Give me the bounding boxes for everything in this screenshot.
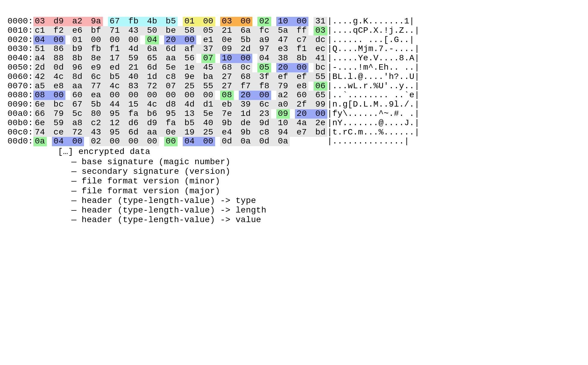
- ascii-cell: |t.rC.m...%......|: [327, 128, 420, 137]
- byte: 1e: [183, 63, 196, 72]
- bytes-cell: 66 79 5c 80 95 fa b6 95 13 5e 7e 1d 23 0…: [33, 109, 327, 119]
- byte: bf: [89, 26, 103, 35]
- byte: c1: [33, 26, 47, 35]
- byte: 00: [239, 17, 252, 26]
- byte: a5: [33, 82, 47, 91]
- byte: c8: [257, 128, 271, 137]
- byte: ec: [314, 44, 327, 54]
- bytes-cell: a4 88 8b 8e 17 59 65 aa 56 07 10 00 04 3…: [33, 54, 327, 63]
- byte: 0a: [33, 137, 47, 146]
- byte: 8b: [295, 54, 308, 63]
- byte: e9: [89, 63, 103, 72]
- byte: 77: [89, 82, 103, 91]
- offset-cell: 00b0:: [8, 119, 33, 128]
- byte: 0c: [239, 63, 252, 72]
- byte: b9: [70, 44, 84, 54]
- byte: b6: [145, 109, 159, 119]
- byte: 01: [70, 35, 84, 45]
- byte: 00: [314, 109, 327, 119]
- byte: 6a: [145, 44, 159, 54]
- byte: 45: [201, 63, 215, 72]
- byte: 9e: [183, 72, 196, 82]
- byte: 79: [52, 109, 65, 119]
- byte: 4a: [295, 119, 308, 128]
- byte: 67: [108, 17, 122, 26]
- byte: 6d: [127, 128, 140, 137]
- byte: 72: [70, 128, 84, 137]
- byte: 0e: [164, 128, 178, 137]
- bytes-cell: 03 d9 a2 9a 67 fb 4b b5 01 00 03 00 02 1…: [33, 17, 327, 26]
- byte: 0d: [257, 137, 271, 146]
- bytes-cell: 04 00 01 00 00 00 04 20 00 e1 0e 5b a9 4…: [33, 35, 327, 45]
- byte: ff: [295, 26, 308, 35]
- byte: 20: [295, 109, 308, 119]
- byte: 6e: [33, 119, 47, 128]
- bytes-cell: a5 e8 aa 77 4c 83 72 07 25 55 27 f7 f8 7…: [33, 82, 327, 91]
- byte: e4: [220, 128, 234, 137]
- byte: 5e: [164, 63, 178, 72]
- byte: aa: [164, 54, 178, 63]
- byte: 00: [295, 17, 308, 26]
- byte: 00: [145, 91, 159, 100]
- byte: 00: [52, 91, 65, 100]
- byte: 9b: [239, 128, 252, 137]
- byte: 6d: [164, 44, 178, 54]
- byte: 4d: [183, 100, 196, 109]
- ascii-cell: |-....!m^.Eh.. ..|: [327, 63, 420, 72]
- legend-item: — file format version (minor): [58, 176, 580, 186]
- offset-cell: 0020:: [8, 35, 33, 45]
- byte: 65: [314, 91, 327, 100]
- byte: 72: [145, 82, 159, 91]
- byte: 60: [70, 91, 84, 100]
- byte: 7e: [220, 109, 234, 119]
- hex-row: 00a0:66 79 5c 80 95 fa b6 95 13 5e 7e 1d…: [8, 109, 420, 119]
- byte: 00: [257, 91, 271, 100]
- byte: 06: [314, 82, 327, 91]
- byte: 5a: [276, 26, 290, 35]
- hex-row: 00b0:6e 59 a8 c2 12 d6 d9 fa b5 40 9b de…: [8, 119, 420, 128]
- byte: a2: [70, 17, 84, 26]
- byte: 80: [89, 109, 103, 119]
- byte: 07: [201, 54, 215, 63]
- byte: f7: [239, 82, 252, 91]
- byte: 00: [295, 63, 308, 72]
- offset-cell: 0050:: [8, 63, 33, 72]
- hex-row: 0010:c1 f2 e6 bf 71 43 50 be 58 05 21 6a…: [8, 26, 420, 35]
- hex-dump-table: 0000:03 d9 a2 9a 67 fb 4b b5 01 00 03 00…: [8, 17, 420, 146]
- byte: 88: [52, 54, 65, 63]
- byte: 68: [220, 63, 234, 72]
- byte: 43: [127, 26, 140, 35]
- byte: 09: [276, 109, 290, 119]
- byte: 8b: [70, 54, 84, 63]
- byte: 55: [314, 72, 327, 82]
- legend-item: — base signature (magic number): [58, 157, 580, 167]
- byte: 4b: [145, 17, 159, 26]
- ascii-cell: |...... ...[.G..|: [327, 35, 420, 45]
- byte: 3f: [257, 72, 271, 82]
- offset-cell: 0060:: [8, 72, 33, 82]
- byte: 00: [127, 91, 140, 100]
- byte: 20: [164, 35, 178, 45]
- byte: 2e: [314, 119, 327, 128]
- byte: f1: [108, 44, 122, 54]
- byte: 5b: [239, 35, 252, 45]
- byte: 00: [89, 35, 103, 45]
- byte: 99: [314, 100, 327, 109]
- byte: 00: [183, 91, 196, 100]
- ascii-cell: |....g.K.......1|: [327, 17, 420, 26]
- byte: 86: [52, 44, 65, 54]
- legend-label: — file format version (minor): [66, 176, 220, 186]
- byte: 60: [295, 91, 308, 100]
- legend-label: — file format version (major): [66, 186, 220, 196]
- byte: 6d: [145, 63, 159, 72]
- hex-row: 00d0:0a 04 00 02 00 00 00 00 04 00 0d 0a…: [8, 137, 420, 146]
- byte: 50: [145, 26, 159, 35]
- legend-item: — header (type-length-value) -> length: [58, 206, 580, 215]
- byte: ea: [89, 91, 103, 100]
- byte: 25: [201, 128, 215, 137]
- byte: 8d: [70, 72, 84, 82]
- byte: 8e: [89, 54, 103, 63]
- byte: 71: [108, 26, 122, 35]
- byte: a8: [70, 119, 84, 128]
- byte: 20: [276, 63, 290, 72]
